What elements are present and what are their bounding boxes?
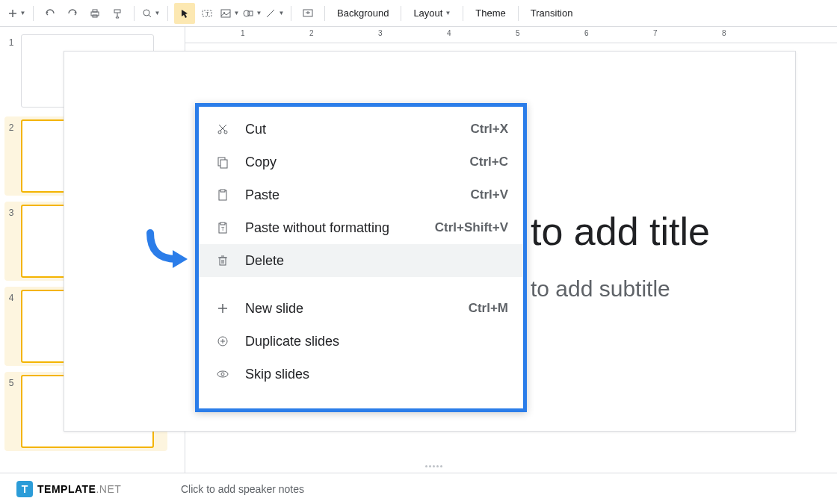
ruler-tick: 6	[584, 29, 589, 37]
menu-cut[interactable]: Cut Ctrl+X	[199, 113, 523, 146]
delete-icon	[214, 252, 232, 270]
undo-button[interactable]	[40, 3, 61, 24]
paste-plain-icon: T	[214, 219, 232, 237]
separator	[324, 6, 325, 21]
menu-copy[interactable]: Copy Ctrl+C	[199, 146, 523, 178]
brand-icon: T	[16, 481, 33, 497]
footer: T TEMPLATE.NET Click to add speaker note…	[0, 473, 837, 504]
menu-label: Paste without formatting	[245, 220, 435, 236]
subtitle-placeholder[interactable]: to add subtitle	[531, 276, 670, 302]
svg-point-24	[221, 373, 224, 376]
cut-icon	[214, 120, 232, 138]
menu-shortcut: Ctrl+Shift+V	[435, 220, 508, 235]
svg-rect-15	[220, 160, 227, 168]
menu-duplicate-slides[interactable]: Duplicate slides	[199, 325, 523, 358]
print-button[interactable]	[84, 3, 105, 24]
textbox-button[interactable]: T	[197, 3, 217, 24]
title-placeholder[interactable]: to add title	[531, 209, 710, 254]
menu-label: Copy	[245, 155, 470, 170]
layout-button[interactable]: Layout▼	[407, 3, 457, 24]
svg-rect-3	[114, 10, 120, 13]
menu-delete[interactable]: Delete	[199, 244, 523, 277]
separator	[33, 6, 34, 21]
brand: T TEMPLATE.NET	[0, 481, 172, 497]
svg-point-12	[218, 131, 221, 134]
menu-label: New slide	[245, 301, 469, 317]
plus-icon	[214, 299, 232, 317]
svg-text:T: T	[221, 226, 225, 231]
ruler-tick: 1	[241, 29, 245, 37]
redo-button[interactable]	[62, 3, 83, 24]
separator	[401, 6, 401, 21]
theme-button[interactable]: Theme	[469, 3, 511, 24]
svg-point-4	[143, 10, 149, 16]
drag-handle[interactable]	[418, 465, 448, 470]
speaker-notes[interactable]: Click to add speaker notes	[172, 483, 837, 495]
slide-number: 3	[4, 205, 18, 218]
menu-shortcut: Ctrl+M	[469, 301, 508, 316]
slide-number: 2	[4, 119, 18, 133]
copy-icon	[214, 153, 232, 171]
separator	[134, 6, 135, 21]
slide-number: 1	[4, 34, 18, 48]
menu-label: Duplicate slides	[245, 334, 508, 349]
svg-rect-1	[93, 10, 97, 12]
separator	[463, 6, 463, 21]
duplicate-icon	[214, 332, 232, 350]
paste-icon	[214, 186, 232, 204]
menu-shortcut: Ctrl+X	[470, 122, 508, 137]
menu-label: Paste	[245, 187, 470, 203]
menu-paste-without-formatting[interactable]: T Paste without formatting Ctrl+Shift+V	[199, 211, 523, 244]
ruler-tick: 8	[722, 29, 726, 37]
menu-label: Cut	[245, 122, 470, 137]
ruler-tick: 7	[653, 29, 658, 37]
paint-format-button[interactable]	[107, 3, 128, 24]
svg-text:T: T	[206, 10, 209, 17]
ruler-tick: 4	[447, 29, 451, 37]
svg-rect-21	[220, 258, 226, 265]
image-button[interactable]: ▼	[219, 3, 240, 24]
skip-icon	[214, 365, 232, 383]
transition-button[interactable]: Transition	[525, 3, 579, 24]
brand-text: TEMPLATE.NET	[37, 483, 121, 495]
svg-point-23	[217, 371, 228, 377]
toolbar: ▼ ▼ T ▼ ▼ ▼ Background Layout▼ Theme Tra…	[0, 0, 837, 27]
ruler-tick: 5	[516, 29, 520, 37]
context-menu: Cut Ctrl+X Copy Ctrl+C Paste Ctrl+V T Pa…	[195, 103, 527, 412]
background-button[interactable]: Background	[331, 3, 395, 24]
new-slide-button[interactable]: ▼	[6, 3, 27, 24]
comment-button[interactable]	[297, 3, 318, 24]
menu-shortcut: Ctrl+C	[470, 155, 508, 169]
ruler-tick: 3	[378, 29, 383, 37]
zoom-button[interactable]: ▼	[140, 3, 161, 24]
horizontal-ruler: 1 2 3 4 5 6 7 8	[185, 27, 837, 43]
menu-skip-slides[interactable]: Skip slides	[199, 358, 523, 391]
menu-gap	[199, 277, 523, 292]
ruler-tick: 2	[309, 29, 314, 37]
menu-label: Delete	[245, 253, 508, 269]
shape-button[interactable]: ▼	[241, 3, 262, 24]
separator	[518, 6, 519, 21]
slide-number: 5	[4, 375, 18, 388]
separator	[291, 6, 291, 21]
menu-label: Skip slides	[245, 367, 508, 382]
svg-rect-17	[220, 190, 225, 192]
select-tool-button[interactable]	[174, 3, 195, 24]
svg-point-13	[224, 131, 227, 134]
svg-rect-19	[220, 223, 225, 225]
separator	[167, 6, 168, 21]
menu-paste[interactable]: Paste Ctrl+V	[199, 178, 523, 211]
menu-shortcut: Ctrl+V	[470, 187, 508, 202]
line-button[interactable]: ▼	[264, 3, 285, 24]
menu-new-slide[interactable]: New slide Ctrl+M	[199, 292, 523, 325]
slide-number: 4	[4, 290, 18, 303]
